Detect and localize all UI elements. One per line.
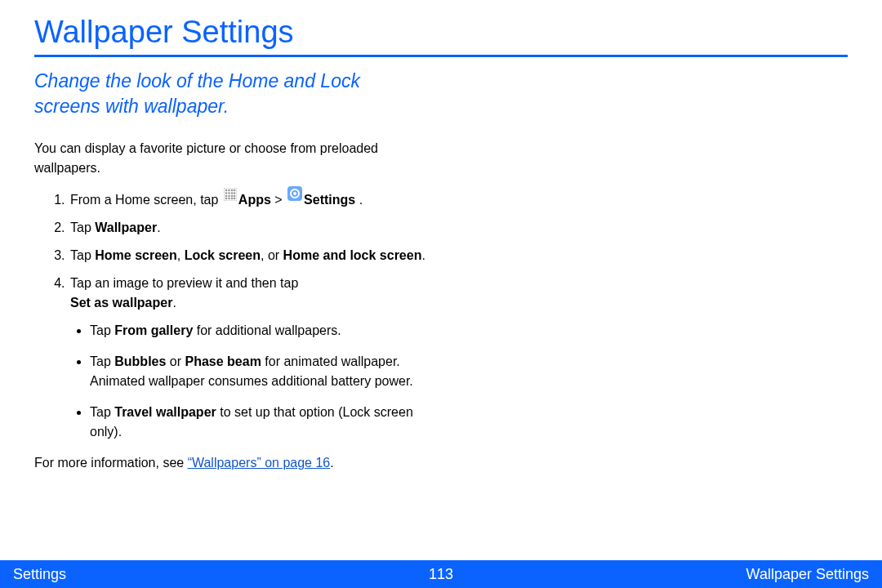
bullet-text: Tap bbox=[90, 323, 114, 337]
svg-point-6 bbox=[228, 192, 230, 194]
step-text: , bbox=[177, 248, 185, 262]
wallpapers-link[interactable]: “Wallpapers” on page 16 bbox=[188, 456, 331, 470]
step-text: . bbox=[355, 193, 363, 207]
page-subtitle: Change the look of the Home and Lock scr… bbox=[34, 69, 426, 119]
step-text: > bbox=[271, 193, 286, 207]
step-3: Tap Home screen, Lock screen, or Home an… bbox=[69, 246, 443, 265]
svg-point-7 bbox=[231, 192, 234, 194]
svg-point-12 bbox=[234, 195, 236, 198]
outro-prefix: For more information, see bbox=[34, 456, 188, 470]
step-bold: Set as wallpaper bbox=[70, 296, 172, 310]
step-4: Tap an image to preview it and then tap … bbox=[69, 274, 443, 442]
sub-bullets: Tap From gallery for additional wallpape… bbox=[70, 321, 443, 442]
svg-point-13 bbox=[225, 198, 228, 200]
footer-right: Wallpaper Settings bbox=[746, 566, 869, 583]
step-bold: Settings bbox=[304, 193, 355, 207]
bullet-1: Tap From gallery for additional wallpape… bbox=[90, 321, 443, 341]
step-bold: Wallpaper bbox=[95, 220, 157, 234]
step-2: Tap Wallpaper. bbox=[69, 218, 443, 238]
footer-left: Settings bbox=[13, 566, 66, 583]
svg-point-8 bbox=[234, 192, 236, 194]
step-1: From a Home screen, tap Apps > Settings … bbox=[69, 186, 443, 210]
steps-list: From a Home screen, tap Apps > Settings … bbox=[34, 186, 443, 442]
step-bold: Lock screen bbox=[185, 248, 261, 262]
bullet-bold: From gallery bbox=[114, 323, 193, 337]
outro-text: For more information, see “Wallpapers” o… bbox=[34, 453, 443, 473]
step-text: , or bbox=[261, 248, 283, 262]
svg-point-15 bbox=[231, 198, 234, 200]
step-text: . bbox=[172, 296, 176, 310]
settings-gear-icon bbox=[287, 186, 302, 207]
step-text: Tap bbox=[70, 220, 95, 234]
svg-point-5 bbox=[225, 192, 228, 194]
svg-point-14 bbox=[228, 198, 230, 200]
bullet-2: Tap Bubbles or Phase beam for animated w… bbox=[90, 352, 443, 391]
bullet-text: Tap bbox=[90, 354, 114, 368]
step-text: From a Home screen, tap bbox=[70, 193, 222, 207]
body-content: You can display a favorite picture or ch… bbox=[34, 139, 443, 473]
bullet-bold: Phase beam bbox=[185, 354, 261, 368]
svg-point-19 bbox=[293, 192, 296, 195]
step-bold: Apps bbox=[238, 193, 271, 207]
svg-point-3 bbox=[231, 189, 234, 192]
svg-point-9 bbox=[225, 195, 228, 198]
step-text: . bbox=[157, 220, 160, 234]
bullet-bold: Travel wallpaper bbox=[114, 405, 216, 419]
step-bold: Home and lock screen bbox=[283, 248, 422, 262]
outro-suffix: . bbox=[330, 456, 333, 470]
step-bold: Home screen bbox=[95, 248, 177, 262]
step-text: . bbox=[421, 248, 425, 262]
intro-text: You can display a favorite picture or ch… bbox=[34, 139, 443, 178]
svg-point-1 bbox=[225, 189, 228, 192]
step-text: Tap an image to preview it and then tap bbox=[70, 276, 298, 290]
bullet-3: Tap Travel wallpaper to set up that opti… bbox=[90, 403, 443, 442]
step-text: Tap bbox=[70, 248, 95, 262]
page-title: Wallpaper Settings bbox=[34, 15, 848, 57]
svg-point-4 bbox=[234, 189, 236, 192]
bullet-text: Tap bbox=[90, 405, 114, 419]
bullet-text: or bbox=[166, 354, 185, 368]
svg-point-10 bbox=[228, 195, 230, 198]
bullet-bold: Bubbles bbox=[114, 354, 166, 368]
page-footer: Settings 113 Wallpaper Settings bbox=[0, 560, 882, 588]
apps-grid-icon bbox=[224, 187, 237, 207]
svg-point-16 bbox=[234, 198, 236, 200]
svg-point-2 bbox=[228, 189, 230, 192]
bullet-text: for additional wallpapers. bbox=[193, 323, 341, 337]
svg-point-11 bbox=[231, 195, 234, 198]
footer-page-number: 113 bbox=[429, 566, 453, 583]
